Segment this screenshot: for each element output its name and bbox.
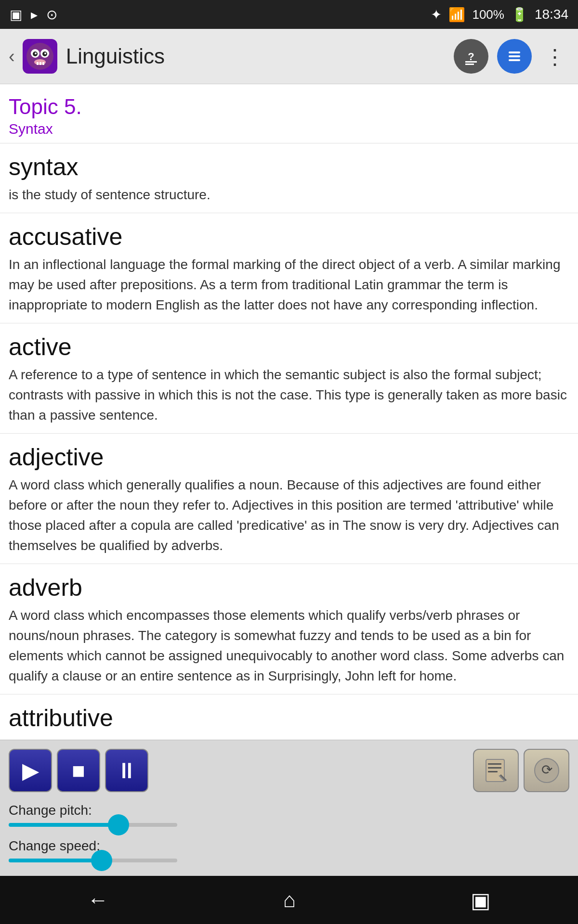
app-title: Linguistics <box>66 44 454 68</box>
term-word-syntax: syntax <box>9 153 569 181</box>
play-icon: ▶ <box>22 757 39 783</box>
term-def-syntax: is the study of sentence structure. <box>9 185 569 205</box>
nav-back-button[interactable]: ← <box>68 883 128 917</box>
svg-rect-17 <box>509 55 520 57</box>
stop-icon: ■ <box>72 757 85 783</box>
nav-home-button[interactable]: ⌂ <box>264 883 315 917</box>
term-word-adverb: adverb <box>9 574 569 602</box>
term-word-accusative: accusative <box>9 223 569 251</box>
term-word-active: active <box>9 333 569 361</box>
svg-rect-8 <box>37 62 39 65</box>
wifi-icon: 📶 <box>448 7 465 23</box>
battery-percent: 100% <box>472 7 504 22</box>
pitch-slider-thumb[interactable] <box>108 814 129 835</box>
term-block-active: active A reference to a type of sentence… <box>0 323 578 434</box>
nav-recent-button[interactable]: ▣ <box>451 883 510 917</box>
play-button[interactable]: ▶ <box>9 749 52 792</box>
term-block-accusative: accusative In an inflectional language t… <box>0 213 578 323</box>
android-icon: ▸ <box>31 7 38 23</box>
app-bar-actions: ? ⋮ <box>454 39 569 74</box>
pause-icon: ⏸ <box>116 757 138 783</box>
pitch-slider[interactable] <box>9 823 177 827</box>
svg-rect-9 <box>39 62 41 65</box>
svg-rect-21 <box>488 767 501 769</box>
battery-icon: 🔋 <box>511 7 528 23</box>
svg-rect-16 <box>509 51 520 53</box>
svg-point-5 <box>35 52 37 54</box>
bluetooth-icon: ✦ <box>431 7 442 23</box>
term-def-adjective: A word class which generally qualifies a… <box>9 475 569 556</box>
speed-slider-fill <box>9 859 102 862</box>
status-icons-right: ✦ 📶 100% 🔋 18:34 <box>431 7 568 23</box>
topic-subtitle: Syntax <box>9 121 569 137</box>
app-bar: ‹ Linguistics ? <box>0 29 578 84</box>
term-block-attributive: attributive An adjective which is placed… <box>0 694 578 740</box>
media-buttons-row: ▶ ■ ⏸ ⟳ <box>9 749 569 792</box>
notification-icon: ⊙ <box>46 7 57 23</box>
term-def-attributive: An adjective which is placed before a no… <box>9 736 569 740</box>
svg-text:⟳: ⟳ <box>541 762 552 777</box>
media-controls: ▶ ■ ⏸ ⟳ Change pitch: <box>0 740 578 876</box>
svg-rect-20 <box>488 763 501 765</box>
svg-rect-18 <box>509 59 520 61</box>
svg-rect-13 <box>465 61 477 63</box>
notes-icon <box>483 757 509 783</box>
speed-slider[interactable] <box>9 859 177 862</box>
term-block-adverb: adverb A word class which encompasses th… <box>0 564 578 694</box>
stop-button[interactable]: ■ <box>57 749 100 792</box>
nav-bar: ← ⌂ ▣ <box>0 876 578 924</box>
term-block-syntax: syntax is the study of sentence structur… <box>0 143 578 213</box>
term-def-accusative: In an inflectional language the formal m… <box>9 255 569 315</box>
svg-rect-10 <box>42 62 44 65</box>
svg-text:?: ? <box>468 51 474 63</box>
status-bar: ▣ ▸ ⊙ ✦ 📶 100% 🔋 18:34 <box>0 0 578 29</box>
term-def-adverb: A word class which encompasses those ele… <box>9 605 569 686</box>
svg-rect-14 <box>465 64 474 65</box>
list-icon <box>504 46 525 67</box>
status-icons-left: ▣ ▸ ⊙ <box>10 7 57 23</box>
term-word-adjective: adjective <box>9 443 569 471</box>
svg-point-0 <box>26 43 53 70</box>
speed-section: Change speed: <box>9 835 569 862</box>
screen-icon: ▣ <box>10 7 22 23</box>
list-icon-button[interactable] <box>497 39 532 74</box>
status-time: 18:34 <box>535 7 568 22</box>
back-button[interactable]: ‹ <box>9 46 15 67</box>
term-block-adjective: adjective A word class which generally q… <box>0 434 578 564</box>
topic-title: Topic 5. <box>9 95 569 119</box>
quiz-icon: ? <box>460 46 482 67</box>
app-logo-svg <box>26 42 54 71</box>
shuffle-icon: ⟳ <box>534 757 560 783</box>
speed-slider-row <box>9 859 569 862</box>
pitch-section: Change pitch: <box>9 800 569 827</box>
pitch-label: Change pitch: <box>9 803 569 818</box>
svg-rect-22 <box>488 771 498 772</box>
notes-button[interactable] <box>473 749 519 792</box>
pitch-slider-fill <box>9 823 118 827</box>
speed-slider-thumb[interactable] <box>91 850 112 871</box>
term-def-active: A reference to a type of sentence in whi… <box>9 365 569 425</box>
content-area: syntax is the study of sentence structur… <box>0 143 578 740</box>
pitch-slider-row <box>9 823 569 827</box>
overflow-menu-button[interactable]: ⋮ <box>540 44 569 69</box>
app-icon <box>23 39 57 74</box>
term-word-attributive: attributive <box>9 704 569 732</box>
pause-button[interactable]: ⏸ <box>105 749 148 792</box>
topic-header: Topic 5. Syntax <box>0 84 578 143</box>
svg-point-6 <box>44 52 46 54</box>
speed-label: Change speed: <box>9 838 569 854</box>
shuffle-button[interactable]: ⟳ <box>524 749 569 792</box>
quiz-icon-button[interactable]: ? <box>454 39 488 74</box>
